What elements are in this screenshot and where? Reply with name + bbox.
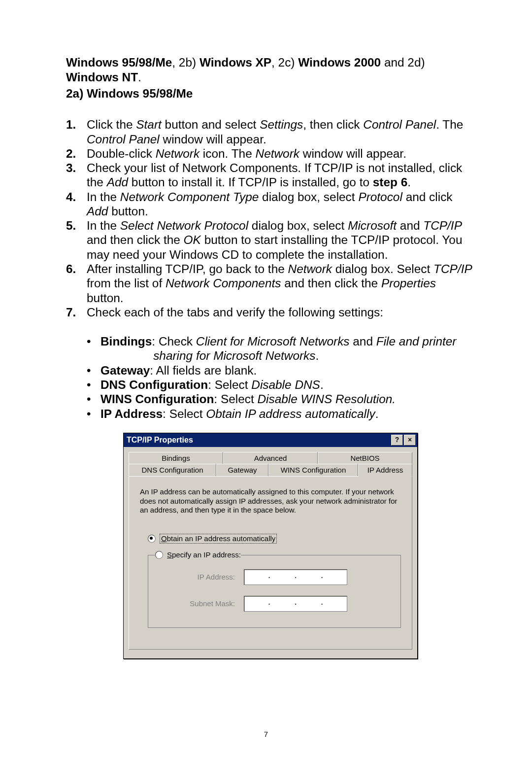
tab-ipaddress[interactable]: IP Address xyxy=(358,464,412,477)
bullets-list: •Bindings: Check Client for Microsoft Ne… xyxy=(66,334,474,421)
step-number: 6. xyxy=(66,262,87,305)
tab-description: An IP address can be automatically assig… xyxy=(140,487,401,515)
step-number: 2. xyxy=(66,146,87,161)
tabs-row-bottom: DNS Configuration Gateway WINS Configura… xyxy=(129,464,412,476)
page-number: 7 xyxy=(0,730,532,738)
radio-specify-input[interactable] xyxy=(155,551,163,559)
step-text: Click the Start button and select Settin… xyxy=(87,117,474,146)
bullet-item: •Gateway: All fields are blank. xyxy=(87,363,474,378)
step-item: 1.Click the Start button and select Sett… xyxy=(66,117,474,146)
subnet-mask-input[interactable]: . . . xyxy=(244,596,347,612)
step-number: 5. xyxy=(66,218,87,262)
tab-bindings[interactable]: Bindings xyxy=(129,452,223,464)
radio-specify-label: Specify an IP address: xyxy=(167,551,241,559)
tcpip-dialog: TCP/IP Properties ? × Bindings Advanced … xyxy=(123,433,418,659)
step-text: In the Select Network Protocol dialog bo… xyxy=(87,218,474,262)
section-heading: 2a) Windows 95/98/Me xyxy=(66,86,474,101)
bullet-text: IP Address: Select Obtain IP address aut… xyxy=(100,407,474,421)
ip-address-input[interactable]: . . . xyxy=(244,569,347,585)
specify-group: Specify an IP address: IP Address: . . . xyxy=(148,551,401,628)
bullet-text: Gateway: All fields are blank. xyxy=(100,363,474,378)
tab-wins[interactable]: WINS Configuration xyxy=(268,464,358,476)
radio-obtain-label: Obtain an IP address automatically xyxy=(160,534,277,544)
step-text: Double-click Network icon. The Network w… xyxy=(87,146,474,161)
help-button[interactable]: ? xyxy=(391,435,403,446)
intro-line: Windows 95/98/Me, 2b) Windows XP, 2c) Wi… xyxy=(66,55,474,84)
step-text: After installing TCP/IP, go back to the … xyxy=(87,262,474,305)
bullet-text: WINS Configuration: Select Disable WINS … xyxy=(100,392,474,406)
tab-gateway[interactable]: Gateway xyxy=(216,464,268,476)
steps-list: 1.Click the Start button and select Sett… xyxy=(66,117,474,319)
bullet-item: •Bindings: Check Client for Microsoft Ne… xyxy=(87,334,474,363)
subnet-mask-label: Subnet Mask: xyxy=(171,599,235,608)
step-number: 4. xyxy=(66,190,87,219)
tab-dns[interactable]: DNS Configuration xyxy=(129,464,216,476)
bullet-item: •WINS Configuration: Select Disable WINS… xyxy=(87,392,474,406)
radio-obtain[interactable]: Obtain an IP address automatically xyxy=(148,534,401,544)
close-button[interactable]: × xyxy=(404,435,416,446)
step-item: 7.Check each of the tabs and verify the … xyxy=(66,305,474,319)
step-item: 2.Double-click Network icon. The Network… xyxy=(66,146,474,161)
bullet-dot: • xyxy=(87,392,100,406)
bullet-text: DNS Configuration: Select Disable DNS. xyxy=(100,378,474,392)
tab-content: An IP address can be automatically assig… xyxy=(129,476,412,650)
step-number: 3. xyxy=(66,161,87,190)
tabs-row-top: Bindings Advanced NetBIOS xyxy=(129,452,412,464)
dialog-titlebar: TCP/IP Properties ? × xyxy=(124,433,417,447)
step-text: Check each of the tabs and verify the fo… xyxy=(87,305,474,319)
tab-advanced[interactable]: Advanced xyxy=(223,452,318,464)
step-item: 6.After installing TCP/IP, go back to th… xyxy=(66,262,474,305)
bullet-item: •DNS Configuration: Select Disable DNS. xyxy=(87,378,474,392)
step-text: Check your list of Network Components. I… xyxy=(87,161,474,190)
bullet-dot: • xyxy=(87,334,100,363)
step-item: 3.Check your list of Network Components.… xyxy=(66,161,474,190)
dialog-title: TCP/IP Properties xyxy=(127,435,193,445)
step-number: 1. xyxy=(66,117,87,146)
step-number: 7. xyxy=(66,305,87,319)
step-text: In the Network Component Type dialog box… xyxy=(87,190,474,219)
bullet-dot: • xyxy=(87,378,100,392)
step-item: 5.In the Select Network Protocol dialog … xyxy=(66,218,474,262)
radio-obtain-input[interactable] xyxy=(148,535,156,543)
bullet-text: Bindings: Check Client for Microsoft Net… xyxy=(100,334,474,363)
bullet-dot: • xyxy=(87,363,100,378)
bullet-item: •IP Address: Select Obtain IP address au… xyxy=(87,407,474,421)
step-item: 4.In the Network Component Type dialog b… xyxy=(66,190,474,219)
tab-netbios[interactable]: NetBIOS xyxy=(318,452,412,464)
ip-address-label: IP Address: xyxy=(171,573,235,582)
radio-specify[interactable]: Specify an IP address: xyxy=(155,551,241,559)
bullet-dot: • xyxy=(87,407,100,421)
